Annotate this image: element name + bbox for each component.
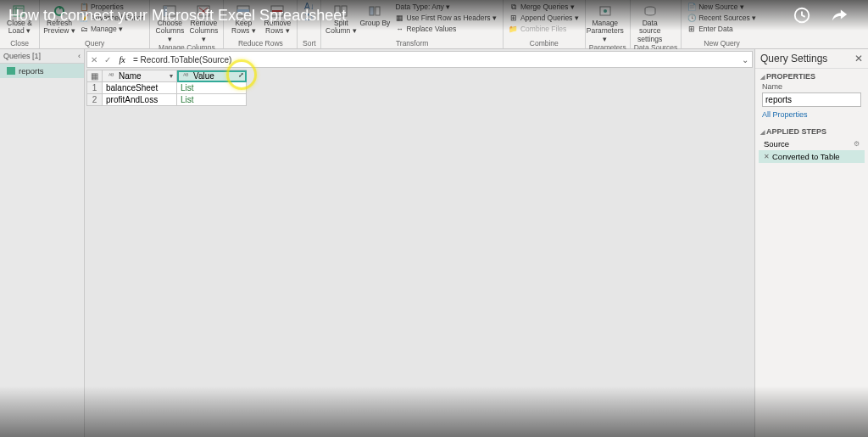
- properties-section-title: PROPERTIES: [755, 69, 868, 82]
- gear-icon[interactable]: ⚙: [854, 140, 860, 148]
- query-settings-title: Query Settings: [760, 53, 827, 64]
- data-grid: ▦ ᴬᴮ Name ▾ ᴬᴮ Value: [86, 70, 753, 106]
- workspace: Queries [1] ‹ reports ✕ ✓ fx = Record.To…: [0, 49, 868, 437]
- applied-step-converted-to-table[interactable]: ✕ Converted to Table: [759, 150, 865, 163]
- power-query-editor: Close & Load ▾ Close Refresh Preview ▾ 📋…: [0, 0, 868, 437]
- all-properties-link[interactable]: All Properties: [755, 109, 868, 124]
- corner-cell[interactable]: ▦: [87, 70, 103, 82]
- name-label: Name: [755, 82, 868, 91]
- query-settings-panel: Query Settings ✕ PROPERTIES Name All Pro…: [754, 49, 868, 437]
- query-item-reports[interactable]: reports: [0, 64, 84, 78]
- video-title: How to connect your Microsoft Excel Spre…: [8, 7, 346, 25]
- any-type-icon: ᴬᴮ: [181, 72, 191, 81]
- formula-commit-button[interactable]: ✓: [101, 55, 114, 64]
- main-area: ✕ ✓ fx = Record.ToTable(Source) ⌄ ▦ ᴬᴮ N…: [85, 49, 754, 437]
- watch-later-button[interactable]: [790, 3, 814, 27]
- queries-panel: Queries [1] ‹ reports: [0, 49, 85, 437]
- fx-icon[interactable]: fx: [114, 55, 130, 64]
- formula-bar: ✕ ✓ fx = Record.ToTable(Source) ⌄: [86, 51, 753, 68]
- close-settings-button[interactable]: ✕: [854, 53, 863, 64]
- column-header-name[interactable]: ᴬᴮ Name ▾: [103, 70, 177, 82]
- table-icon: [7, 67, 15, 75]
- table-row[interactable]: 2 profitAndLoss List: [87, 94, 247, 106]
- share-button[interactable]: [827, 3, 851, 27]
- queries-header: Queries [1] ‹: [0, 49, 84, 64]
- cell-name[interactable]: profitAndLoss: [103, 94, 177, 106]
- delete-step-icon[interactable]: ✕: [764, 153, 770, 160]
- table-row[interactable]: 1 balanceSheet List: [87, 82, 247, 94]
- applied-steps-title: APPLIED STEPS: [755, 124, 868, 137]
- column-header-value[interactable]: ᴬᴮ Value ⤢: [177, 70, 247, 82]
- text-type-icon: ᴬᴮ: [106, 72, 116, 81]
- query-name-input[interactable]: [762, 92, 861, 107]
- cell-value[interactable]: List: [177, 94, 247, 106]
- cell-value[interactable]: List: [177, 82, 247, 94]
- applied-step-source[interactable]: Source ⚙: [759, 137, 865, 150]
- formula-expand-button[interactable]: ⌄: [738, 55, 752, 64]
- formula-text[interactable]: = Record.ToTable(Source): [130, 55, 738, 64]
- column-filter-icon[interactable]: ▾: [170, 72, 173, 80]
- queries-collapse-icon[interactable]: ‹: [78, 52, 81, 60]
- formula-cancel-button[interactable]: ✕: [87, 55, 101, 64]
- expand-column-icon[interactable]: ⤢: [238, 71, 244, 79]
- video-title-bar: How to connect your Microsoft Excel Spre…: [0, 0, 868, 31]
- cell-name[interactable]: balanceSheet: [103, 82, 177, 94]
